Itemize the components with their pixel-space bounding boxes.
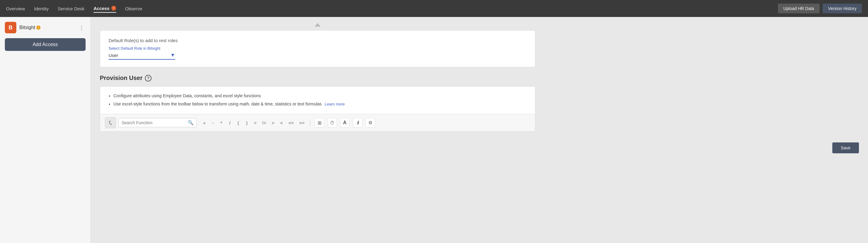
content-inner: Default Role(s) to add to rest roles Sel… [91, 17, 545, 138]
toolbar-clock-icon-button[interactable]: ⏱ [327, 118, 337, 128]
role-select-value: User [108, 53, 168, 58]
font-icon: A [343, 120, 347, 126]
toolbar-op-greater[interactable]: > [270, 120, 276, 126]
toolbar-info-cursor-icon-button[interactable]: ℹ [353, 118, 362, 128]
version-history-button[interactable]: Version History [823, 4, 862, 14]
nav-item-observe[interactable]: Observe [125, 5, 143, 12]
toolbar-op-equals[interactable]: = [252, 120, 258, 126]
role-select-arrow-icon: ▼ [170, 52, 175, 58]
toolbar-op-lte[interactable]: <= [287, 120, 295, 126]
fx-icon: fx [109, 120, 112, 126]
provision-card: Configure attributes using Employee Data… [100, 86, 535, 132]
scroll-indicator [100, 23, 535, 27]
logo-box: B [5, 22, 16, 33]
sidebar-logo: B Bitsight i [5, 22, 40, 33]
search-icon: 🔍 [188, 120, 193, 126]
toolbar-separator-1 [310, 120, 310, 126]
nav-item-identity[interactable]: Identity [34, 5, 49, 12]
default-role-card: Default Role(s) to add to rest roles Sel… [100, 30, 535, 67]
nav-item-access[interactable]: Access ! [93, 4, 116, 13]
toolbar-op-multiply[interactable]: * [219, 120, 224, 126]
info-cursor-icon: ℹ [357, 120, 359, 125]
provision-help-icon[interactable]: ? [145, 75, 152, 81]
default-role-section-title: Default Role(s) to add to rest roles [108, 38, 527, 43]
nav-item-service-desk[interactable]: Service Desk [58, 5, 84, 12]
toolbar-font-icon-button[interactable]: A [340, 118, 350, 128]
top-nav: Overview Identity Service Desk Access ! … [0, 0, 868, 17]
role-select-label: Select Default Role in Bitsight [108, 46, 527, 51]
toolbar-op-open-paren[interactable]: ( [236, 120, 241, 126]
access-badge: ! [111, 6, 116, 10]
function-toolbar: fx 🔍 + - * / ( ) = [100, 114, 535, 131]
main-content: Default Role(s) to add to rest roles Sel… [91, 17, 868, 243]
clock-icon: ⏱ [330, 120, 335, 126]
search-function-input[interactable] [122, 120, 185, 125]
role-select-row[interactable]: User ▼ [108, 52, 175, 60]
sidebar-menu-icon[interactable]: ⋮ [78, 23, 86, 32]
toolbar-op-less[interactable]: < [279, 120, 284, 126]
provision-bullet-2: Use excel-style functions from the toolb… [114, 101, 528, 107]
toolbar-op-close-paren[interactable]: ) [244, 120, 249, 126]
toolbar-op-plus[interactable]: + [202, 120, 207, 126]
learn-more-link[interactable]: Learn more [325, 102, 345, 106]
toolbar-op-not-equals[interactable]: != [261, 120, 267, 126]
provision-bullets: Configure attributes using Employee Data… [107, 93, 528, 107]
toolbar-grid-icon-button[interactable]: ⊞ [314, 118, 324, 128]
sidebar: B Bitsight i ⋮ Add Access [0, 17, 91, 243]
layout: B Bitsight i ⋮ Add Access Default Role(s… [0, 17, 868, 243]
toolbar-op-divide[interactable]: / [227, 120, 232, 126]
provision-bullet-1: Configure attributes using Employee Data… [114, 93, 528, 99]
nav-item-overview[interactable]: Overview [6, 5, 25, 12]
toolbar-settings-people-icon-button[interactable]: ⚙ [365, 118, 375, 128]
settings-people-icon: ⚙ [368, 120, 372, 126]
search-function-input-wrapper[interactable]: 🔍 [118, 118, 197, 127]
fx-badge[interactable]: fx [105, 117, 116, 128]
content-bottom-bar: Save [91, 138, 868, 158]
grid-icon: ⊞ [317, 120, 321, 126]
toolbar-op-minus[interactable]: - [210, 120, 216, 126]
provision-user-title-row: Provision User ? [100, 75, 535, 81]
provision-info: Configure attributes using Employee Data… [100, 87, 535, 114]
nav-items: Overview Identity Service Desk Access ! … [6, 4, 778, 13]
nav-right: Upload HR Data Version History [778, 4, 862, 14]
upload-hr-button[interactable]: Upload HR Data [778, 4, 819, 14]
toolbar-op-gte[interactable]: >= [298, 120, 306, 126]
toolbar-operators: + - * / ( ) = != > < <= >= [202, 118, 375, 128]
sidebar-logo-row: B Bitsight i ⋮ [5, 22, 86, 33]
logo-name: Bitsight i [19, 25, 40, 30]
logo-info-icon[interactable]: i [36, 25, 40, 30]
add-access-button[interactable]: Add Access [5, 38, 86, 51]
provision-user-section: Provision User ? Configure attributes us… [100, 75, 535, 132]
save-button[interactable]: Save [832, 142, 859, 153]
